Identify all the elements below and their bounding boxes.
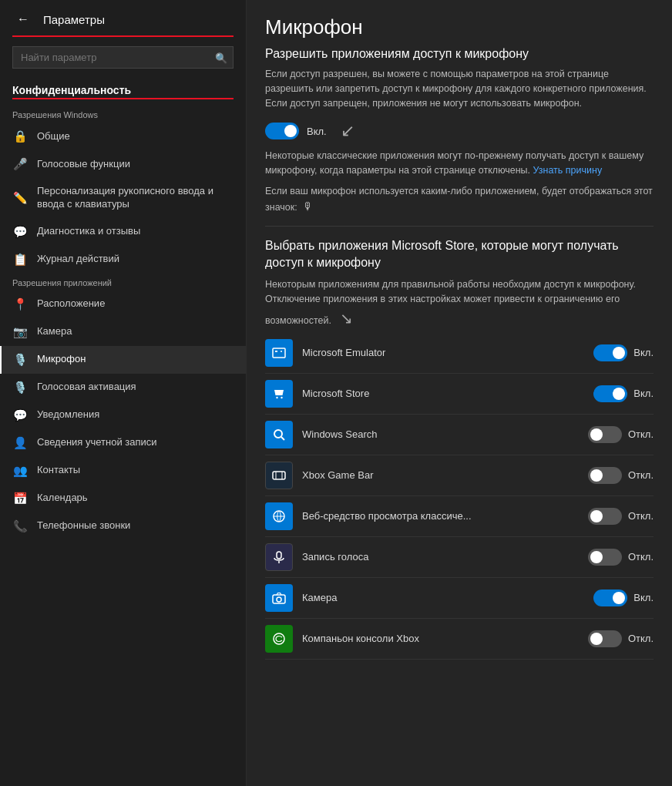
sidebar-item-label: Микрофон [37, 353, 86, 366]
toggle-browser[interactable] [588, 508, 622, 525]
svg-point-3 [276, 397, 277, 398]
sidebar-item-handwriting[interactable]: ✏️ Персонализация рукописного ввода и вв… [0, 178, 246, 218]
toggle-xboxcomp[interactable] [588, 630, 622, 647]
contacts-icon: 👥 [12, 464, 28, 478]
app-name-browser: Веб-средство просмотра классиче... [302, 510, 588, 522]
sidebar-item-label: Диагностика и отзывы [37, 225, 140, 238]
note1-text: Некоторые классические приложения могут … [265, 149, 654, 178]
location-icon: 📍 [12, 297, 28, 311]
voice-act-icon: 🎙️ [12, 381, 28, 395]
microphone-icon: 🎙️ [12, 353, 28, 367]
app-name-xboxcomp: Компаньон консоли Xbox [302, 633, 588, 644]
app-name-emulator: Microsoft Emulator [302, 347, 593, 358]
toggle-store[interactable] [593, 385, 627, 402]
privacy-section-label: Конфиденциальность [0, 78, 246, 98]
camera-icon: 📷 [12, 325, 28, 339]
privacy-underline [12, 98, 234, 99]
search-box[interactable]: 🔍 [12, 46, 234, 69]
toggle-label-store: Вкл. [633, 388, 654, 399]
sidebar-item-notifications[interactable]: 💬 Уведомления [0, 401, 246, 429]
sidebar-item-camera[interactable]: 📷 Камера [0, 318, 246, 346]
sidebar-item-contacts[interactable]: 👥 Контакты [0, 457, 246, 485]
sidebar: ← Параметры 🔍 Конфиденциальность Разреше… [0, 0, 247, 786]
sidebar-item-location[interactable]: 📍 Расположение [0, 291, 246, 318]
search-icon: 🔍 [215, 52, 227, 63]
app-row-xboxbar: Xbox Game Bar Откл. [265, 455, 654, 496]
app-icon-xboxcomp [265, 625, 293, 653]
app-row-emulator: Microsoft Emulator Вкл. [265, 333, 654, 374]
toggle-label-winsearch: Откл. [628, 428, 654, 440]
app-toggle-winsearch: Откл. [588, 426, 654, 443]
sidebar-item-general[interactable]: 🔒 Общие [0, 123, 246, 150]
app-toggle-store: Вкл. [593, 385, 654, 402]
sidebar-item-voice[interactable]: 🎤 Голосовые функции [0, 150, 246, 178]
svg-rect-0 [273, 348, 285, 358]
main-toggle-row: Вкл. ↙ [265, 121, 654, 141]
sidebar-item-phone[interactable]: 📞 Телефонные звонки [0, 512, 246, 540]
app-row-xboxcomp: Компаньон консоли Xbox Откл. [265, 619, 654, 660]
toggle-label-voicerec: Откл. [628, 551, 654, 563]
toggle-label-xboxbar: Откл. [628, 469, 654, 481]
sidebar-item-label: Уведомления [37, 408, 99, 422]
app-row-voicerec: Запись голоса Откл. [265, 537, 654, 578]
toggle-track[interactable] [265, 123, 299, 139]
toggle-label-emulator: Вкл. [633, 347, 654, 358]
app-name-store: Microsoft Store [302, 388, 593, 399]
sidebar-item-label: Телефонные звонки [37, 519, 130, 532]
app-name-xboxbar: Xbox Game Bar [302, 469, 588, 481]
svg-rect-1 [275, 351, 277, 352]
lock-icon: 🔒 [12, 129, 28, 143]
search-input[interactable] [12, 46, 234, 69]
app-icon-xboxbar [265, 462, 293, 489]
sidebar-item-label: Журнал действий [37, 253, 119, 266]
app-icon-emulator [265, 339, 293, 367]
sidebar-item-diagnostics[interactable]: 💬 Диагностика и отзывы [0, 218, 246, 246]
note2-text: Если ваш микрофон используется каким-либ… [265, 184, 654, 215]
toggle-xboxbar[interactable] [588, 467, 622, 484]
pen-icon: ✏️ [12, 191, 28, 205]
sidebar-item-calendar[interactable]: 📅 Календарь [0, 485, 246, 512]
sidebar-item-microphone[interactable]: 🎙️ Микрофон [0, 346, 246, 374]
account-icon: 👤 [12, 436, 28, 450]
app-icon-winsearch [265, 421, 293, 448]
sidebar-title: Параметры [43, 13, 105, 26]
app-row-winsearch: Windows Search Откл. [265, 415, 654, 455]
learn-reason-link[interactable]: Узнать причину [533, 165, 603, 176]
sidebar-item-voice-act[interactable]: 🎙️ Голосовая активация [0, 374, 246, 401]
page-title: Микрофон [265, 15, 654, 39]
arrow-annotation-1: ↙ [341, 121, 354, 141]
section2-title: Выбрать приложения Microsoft Store, кото… [265, 237, 654, 272]
sidebar-item-activity[interactable]: 📋 Журнал действий [0, 246, 246, 274]
app-name-voicerec: Запись голоса [302, 551, 588, 563]
app-name-camera2: Камера [302, 592, 593, 603]
main-toggle[interactable] [265, 123, 299, 139]
toggle-emulator[interactable] [593, 344, 627, 361]
toggle-voicerec[interactable] [588, 549, 622, 566]
sidebar-item-label: Контакты [37, 464, 80, 477]
back-button[interactable]: ← [12, 11, 34, 28]
sidebar-item-account[interactable]: 👤 Сведения учетной записи [0, 429, 246, 457]
app-toggle-browser: Откл. [588, 508, 654, 525]
section1-title: Разрешить приложениям доступ к микрофону [265, 47, 654, 61]
sidebar-item-label: Голосовые функции [37, 158, 130, 171]
app-row-browser: Веб-средство просмотра классиче... Откл. [265, 496, 654, 537]
main-toggle-label: Вкл. [307, 126, 327, 137]
toggle-winsearch[interactable] [588, 426, 622, 443]
svg-rect-7 [273, 472, 285, 479]
app-toggle-voicerec: Откл. [588, 549, 654, 566]
sidebar-item-label: Камера [37, 325, 72, 338]
toggle-label-camera2: Вкл. [633, 592, 654, 603]
calendar-icon: 📅 [12, 492, 28, 506]
windows-permissions-label: Разрешения Windows [0, 106, 246, 123]
svg-point-15 [277, 597, 281, 602]
toggle-label-browser: Откл. [628, 510, 654, 522]
phone-icon: 📞 [12, 519, 28, 533]
mic-inline-icon: 🎙 [303, 200, 314, 213]
section2-desc: Некоторым приложениям для правильной раб… [265, 277, 654, 330]
svg-point-5 [274, 430, 282, 438]
app-name-winsearch: Windows Search [302, 428, 588, 440]
svg-point-16 [274, 633, 284, 644]
title-underline [12, 35, 234, 37]
divider-1 [265, 226, 654, 227]
toggle-camera2[interactable] [593, 590, 627, 606]
